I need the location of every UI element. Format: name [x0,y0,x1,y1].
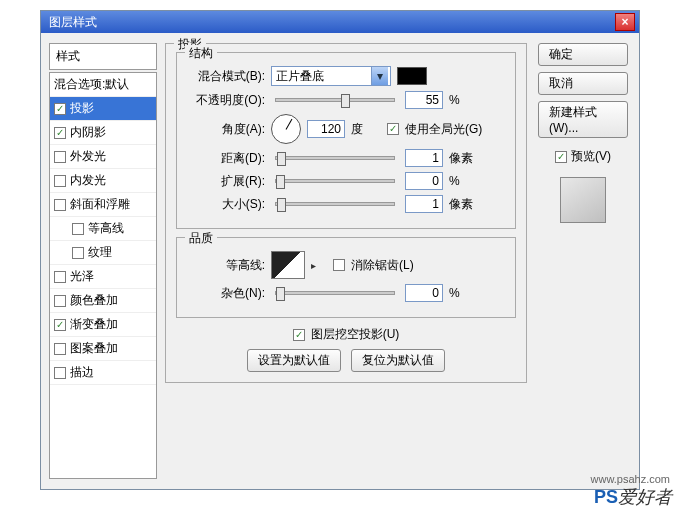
style-item-label: 光泽 [70,268,94,285]
opacity-label: 不透明度(O): [187,92,265,109]
noise-slider[interactable] [275,291,395,295]
quality-group: 品质 等高线: 消除锯齿(L) 杂色(N): % [176,237,516,318]
layer-style-dialog: 图层样式 × 样式 混合选项:默认投影内阴影外发光内发光斜面和浮雕等高线纹理光泽… [40,10,640,490]
preview-swatch [560,177,606,223]
angle-unit: 度 [351,121,381,138]
size-slider[interactable] [275,202,395,206]
style-item-12[interactable]: 描边 [50,361,156,385]
spread-label: 扩展(R): [187,173,265,190]
spread-slider[interactable] [275,179,395,183]
opacity-input[interactable] [405,91,443,109]
close-button[interactable]: × [615,13,635,31]
style-item-label: 外发光 [70,148,106,165]
size-unit: 像素 [449,196,479,213]
antialias-checkbox[interactable] [333,259,345,271]
style-checkbox[interactable] [54,151,66,163]
style-checkbox[interactable] [54,295,66,307]
style-item-label: 内阴影 [70,124,106,141]
style-item-label: 图案叠加 [70,340,118,357]
watermark-text: 爱好者 [618,487,672,507]
style-checkbox[interactable] [54,103,66,115]
style-item-label: 渐变叠加 [70,316,118,333]
antialias-label: 消除锯齿(L) [351,257,414,274]
noise-label: 杂色(N): [187,285,265,302]
contour-label: 等高线: [187,257,265,274]
opacity-slider[interactable] [275,98,395,102]
blend-mode-label: 混合模式(B): [187,68,265,85]
style-item-9[interactable]: 颜色叠加 [50,289,156,313]
style-item-label: 纹理 [88,244,112,261]
style-checkbox[interactable] [54,175,66,187]
styles-list: 混合选项:默认投影内阴影外发光内发光斜面和浮雕等高线纹理光泽颜色叠加渐变叠加图案… [49,72,157,479]
style-item-5[interactable]: 斜面和浮雕 [50,193,156,217]
shadow-color-swatch[interactable] [397,67,427,85]
set-default-button[interactable]: 设置为默认值 [247,349,341,372]
style-checkbox[interactable] [72,247,84,259]
drop-shadow-panel: 投影 结构 混合模式(B): 正片叠底 不透明度(O): % [165,43,527,383]
global-light-label: 使用全局光(G) [405,121,482,138]
style-checkbox[interactable] [54,343,66,355]
distance-input[interactable] [405,149,443,167]
style-item-11[interactable]: 图案叠加 [50,337,156,361]
new-style-button[interactable]: 新建样式(W)... [538,101,628,138]
noise-input[interactable] [405,284,443,302]
size-label: 大小(S): [187,196,265,213]
opacity-unit: % [449,93,479,107]
spread-input[interactable] [405,172,443,190]
style-item-7[interactable]: 纹理 [50,241,156,265]
blend-mode-value: 正片叠底 [276,68,324,85]
style-item-label: 描边 [70,364,94,381]
quality-legend: 品质 [185,230,217,247]
style-checkbox[interactable] [54,367,66,379]
style-checkbox[interactable] [54,199,66,211]
watermark-brand: PS爱好者 [594,485,672,509]
style-item-label: 颜色叠加 [70,292,118,309]
style-item-6[interactable]: 等高线 [50,217,156,241]
global-light-checkbox[interactable] [387,123,399,135]
noise-unit: % [449,286,479,300]
angle-input[interactable] [307,120,345,138]
style-item-label: 混合选项:默认 [54,76,129,93]
style-item-2[interactable]: 内阴影 [50,121,156,145]
watermark-url: www.psahz.com [591,473,670,485]
style-item-1[interactable]: 投影 [50,97,156,121]
angle-dial[interactable] [271,114,301,144]
style-checkbox[interactable] [54,319,66,331]
size-input[interactable] [405,195,443,213]
style-checkbox[interactable] [72,223,84,235]
style-item-label: 内发光 [70,172,106,189]
structure-group: 结构 混合模式(B): 正片叠底 不透明度(O): % 角度(A): [176,52,516,229]
style-item-10[interactable]: 渐变叠加 [50,313,156,337]
style-item-8[interactable]: 光泽 [50,265,156,289]
style-item-3[interactable]: 外发光 [50,145,156,169]
watermark-ps: PS [594,487,618,507]
style-item-0[interactable]: 混合选项:默认 [50,73,156,97]
styles-header: 样式 [49,43,157,70]
style-item-4[interactable]: 内发光 [50,169,156,193]
spread-unit: % [449,174,479,188]
distance-slider[interactable] [275,156,395,160]
distance-unit: 像素 [449,150,479,167]
structure-legend: 结构 [185,45,217,62]
knockout-label: 图层挖空投影(U) [311,326,400,343]
distance-label: 距离(D): [187,150,265,167]
style-item-label: 斜面和浮雕 [70,196,130,213]
blend-mode-select[interactable]: 正片叠底 [271,66,391,86]
preview-label: 预览(V) [571,148,611,165]
titlebar[interactable]: 图层样式 × [41,11,639,33]
preview-checkbox[interactable] [555,151,567,163]
ok-button[interactable]: 确定 [538,43,628,66]
reset-default-button[interactable]: 复位为默认值 [351,349,445,372]
window-title: 图层样式 [45,14,615,31]
style-checkbox[interactable] [54,271,66,283]
angle-label: 角度(A): [187,121,265,138]
cancel-button[interactable]: 取消 [538,72,628,95]
style-checkbox[interactable] [54,127,66,139]
style-item-label: 等高线 [88,220,124,237]
contour-picker[interactable] [271,251,305,279]
style-item-label: 投影 [70,100,94,117]
knockout-checkbox[interactable] [293,329,305,341]
